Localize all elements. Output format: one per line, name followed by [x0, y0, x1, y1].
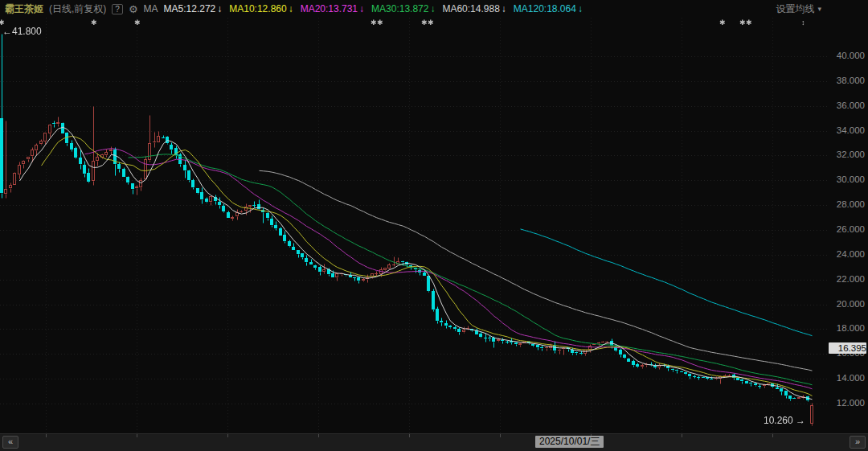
scroll-left-button[interactable]: «: [2, 436, 18, 449]
ma-legend-text: MA120:18.064: [514, 3, 576, 14]
help-icon[interactable]: ?: [112, 4, 123, 14]
y-axis-label: 30.000: [829, 174, 865, 184]
event-marker-icon: ✱: [428, 19, 434, 27]
chevron-down-icon: ▾: [817, 5, 821, 13]
event-marker-icon: ✱: [746, 19, 752, 27]
time-axis-tick: [227, 434, 228, 437]
ma-legend-text: MA60:14.988: [442, 3, 499, 14]
y-axis-label: 20.000: [829, 299, 865, 309]
ma-settings-button[interactable]: 设置均线 ▾: [776, 2, 821, 16]
low-price-value: 10.260: [764, 415, 793, 426]
y-axis-label: 12.000: [829, 398, 865, 408]
time-axis-tick: [500, 434, 501, 437]
time-axis-bar: « 2025/10/01/三 »: [0, 433, 868, 451]
ma-indicator-label[interactable]: MA: [144, 3, 158, 14]
down-arrow-icon: ↓: [289, 3, 293, 14]
event-marker-icon: ✱: [377, 19, 383, 27]
down-arrow-icon: ↓: [359, 3, 364, 14]
stock-chart-app: 霸王茶姬 (日线,前复权) ? ⚙ MA MA5:12.272↓MA10:12.…: [0, 0, 868, 451]
right-arrow-icon: →: [796, 415, 805, 426]
ma-legend-text: MA10:12.860: [229, 3, 286, 14]
event-marker-icon: ✱: [134, 19, 141, 27]
candlestick-chart[interactable]: [0, 18, 828, 434]
down-arrow-icon: ↓: [578, 3, 583, 14]
period-label[interactable]: (日线,前复权): [49, 2, 106, 16]
down-arrow-icon: ↓: [217, 3, 222, 14]
time-axis-tick: [137, 434, 137, 437]
y-axis-label: 26.000: [829, 224, 865, 234]
down-arrow-icon: ↓: [430, 3, 435, 14]
y-axis-label: 24.000: [829, 249, 865, 259]
time-axis-tick: [682, 434, 682, 437]
ma-settings-label: 设置均线: [776, 2, 814, 16]
y-axis-label: 22.000: [829, 274, 865, 284]
event-marker-icon: ✱: [0, 19, 5, 27]
event-marker-icon: ✱: [371, 19, 377, 27]
y-axis-label: 38.000: [829, 76, 865, 85]
scroll-right-button[interactable]: »: [850, 436, 866, 449]
current-price-tag: 16.395: [829, 342, 866, 354]
y-axis-label: 34.000: [829, 125, 865, 135]
y-axis-label: 28.000: [829, 199, 865, 209]
event-marker-icon: ✱: [719, 19, 726, 27]
y-axis-label: 40.000: [829, 51, 865, 60]
cursor-date-label: 2025/10/01/三: [535, 436, 604, 448]
low-price-annotation: 10.260 →: [715, 415, 805, 426]
left-arrow-icon: ←: [2, 26, 12, 37]
ma-legend-item-0[interactable]: MA5:12.272↓: [164, 3, 223, 14]
event-marker-icon: ✱: [421, 19, 428, 27]
ma-legend-item-2[interactable]: MA20:13.731↓: [301, 3, 364, 14]
gear-icon[interactable]: ⚙: [129, 3, 138, 15]
ma-legend-item-5[interactable]: MA120:18.064↓: [514, 3, 583, 14]
high-price-value: 41.800: [12, 26, 42, 37]
y-axis-label: 36.000: [829, 100, 865, 110]
y-axis-label: 32.000: [829, 150, 865, 159]
event-marker-icon: ✱: [739, 19, 746, 27]
ma-legend-text: MA20:13.731: [301, 3, 358, 14]
ma-legend: MA5:12.272↓MA10:12.860↓MA20:13.731↓MA30:…: [164, 3, 583, 14]
y-axis-label: 14.000: [829, 373, 865, 383]
time-axis-tick: [772, 434, 773, 437]
ma-legend-text: MA5:12.272: [164, 3, 216, 14]
event-marker-icon: ↕: [801, 19, 805, 27]
time-axis-tick: [318, 434, 319, 437]
chart-header: 霸王茶姬 (日线,前复权) ? ⚙ MA MA5:12.272↓MA10:12.…: [0, 0, 868, 18]
event-marker-icon: ✱: [91, 19, 97, 27]
time-axis-tick: [46, 434, 47, 437]
high-price-annotation: ←41.800: [2, 26, 42, 37]
time-axis-tick: [409, 434, 410, 437]
y-axis-label: 18.000: [829, 323, 865, 333]
ma-legend-item-1[interactable]: MA10:12.860↓: [229, 3, 293, 14]
ma-legend-item-3[interactable]: MA30:13.872↓: [371, 3, 435, 14]
ma-legend-text: MA30:13.872: [371, 3, 428, 14]
ma-legend-item-4[interactable]: MA60:14.988↓: [442, 3, 506, 14]
down-arrow-icon: ↓: [502, 3, 506, 14]
symbol-name[interactable]: 霸王茶姬: [5, 2, 43, 16]
